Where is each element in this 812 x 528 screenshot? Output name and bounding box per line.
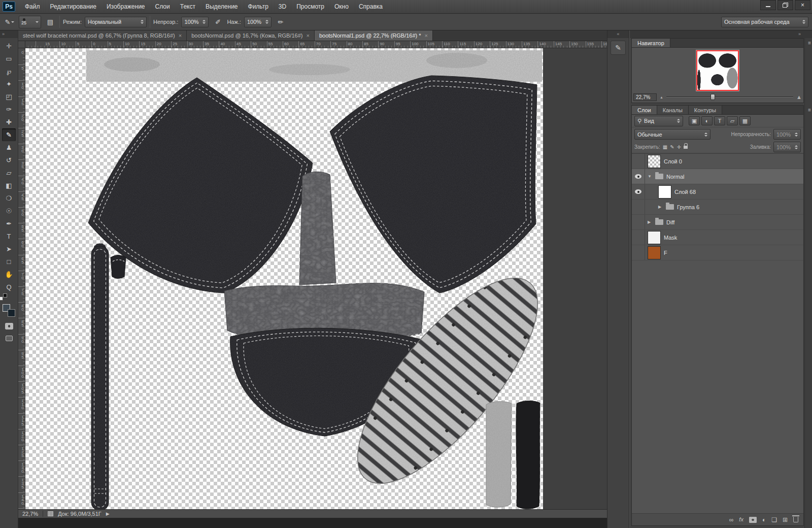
airbrush-opacity-pressure-button[interactable]: ✐ xyxy=(212,16,224,28)
layer-filter-select[interactable]: ⚲ Вид xyxy=(634,116,683,126)
tab-Контуры[interactable]: Контуры xyxy=(689,106,722,114)
visibility-toggle[interactable] xyxy=(632,245,645,260)
brush-size-picker[interactable]: 25 xyxy=(19,16,41,28)
layer-opacity-select[interactable]: 100% xyxy=(773,129,801,140)
visibility-toggle[interactable] xyxy=(632,184,645,199)
status-menu-arrow-icon[interactable]: ▶ xyxy=(106,511,110,516)
minimize-button[interactable] xyxy=(760,0,776,10)
flow-select[interactable]: 100% xyxy=(244,17,272,27)
toggle-brush-panel-button[interactable]: ▤ xyxy=(44,16,56,28)
filter-shape-layers-icon[interactable]: ▱ xyxy=(727,116,738,125)
zoom-tool[interactable]: Q xyxy=(2,281,16,293)
pen-tool[interactable]: ✒ xyxy=(2,217,16,230)
visibility-toggle[interactable] xyxy=(632,169,645,184)
layer-row[interactable]: ▼Normal xyxy=(632,169,803,184)
layer-thumbnail[interactable] xyxy=(648,155,661,168)
layer-thumbnail[interactable] xyxy=(658,185,671,199)
layer-row[interactable]: Слой 0 xyxy=(632,154,803,169)
slider-handle[interactable] xyxy=(710,94,715,100)
quick-selection-tool[interactable]: ✦ xyxy=(2,78,16,90)
shape-tool[interactable]: □ xyxy=(2,255,16,268)
navigator-panel-menu-icon[interactable]: ≡ xyxy=(808,40,811,46)
document-tab[interactable]: steel wolf bracelet normal.psd @ 66,7% (… xyxy=(18,30,187,41)
move-tool[interactable]: ✛ xyxy=(2,40,16,52)
filter-adjustment-layers-icon[interactable]: ◐ xyxy=(701,116,713,125)
layer-row[interactable]: F xyxy=(632,245,803,260)
tools-panel-header[interactable]: » xyxy=(0,30,18,38)
lock-position-icon[interactable]: ✛ xyxy=(677,144,681,150)
expand-triangle-icon[interactable]: ▶ xyxy=(658,205,663,209)
zoom-out-icon[interactable]: ▲ xyxy=(660,95,663,99)
zoom-in-icon[interactable]: ▲ xyxy=(796,94,802,100)
menu-item[interactable]: Редактирование xyxy=(45,0,101,14)
tab-close-icon[interactable]: × xyxy=(179,32,182,39)
layer-blend-mode-select[interactable]: Обычные xyxy=(634,129,710,140)
clone-stamp-tool[interactable]: ♟ xyxy=(2,141,16,154)
blur-tool[interactable]: ❍ xyxy=(2,192,16,205)
document-tab[interactable]: bootsNormal1.psd @ 22,7% (RGB/16#) *× xyxy=(315,30,433,41)
doc-size-info[interactable]: Док: 96,0M/3,51Г xyxy=(58,511,101,517)
filter-smart-objects-icon[interactable]: ▦ xyxy=(739,116,751,125)
workspace-select[interactable]: Основная рабочая среда xyxy=(721,17,808,27)
lock-transparency-icon[interactable]: ▦ xyxy=(663,144,667,150)
navigator-preview[interactable] xyxy=(696,50,739,91)
visibility-toggle[interactable] xyxy=(632,230,645,245)
menu-item[interactable]: Просмотр xyxy=(291,0,329,14)
layer-row[interactable]: Слой 68 xyxy=(632,184,803,200)
visibility-toggle[interactable] xyxy=(632,200,645,214)
filter-type-layers-icon[interactable]: T xyxy=(714,116,725,125)
menu-item[interactable]: Изображение xyxy=(101,0,150,14)
expand-dock-button[interactable]: « xyxy=(607,30,629,38)
navigator-view-box[interactable] xyxy=(696,50,739,91)
document-tab[interactable]: bootsNormal.psd @ 16,7% (Кожа, RGB/16#)× xyxy=(187,30,315,41)
horizontal-ruler[interactable]: 1510505101520253035404550556065707580859… xyxy=(25,41,607,48)
menu-item[interactable]: Фильтр xyxy=(243,0,274,14)
new-group-icon[interactable]: ❏ xyxy=(771,517,777,523)
layers-panel-menu-icon[interactable]: ≡ xyxy=(808,107,811,113)
visibility-toggle[interactable] xyxy=(632,215,645,229)
tab-navigator[interactable]: Навигатор xyxy=(632,39,670,47)
brush-tool[interactable]: ✎ xyxy=(2,128,16,141)
tab-Слои[interactable]: Слои xyxy=(632,106,657,114)
canvas-viewport[interactable] xyxy=(25,48,607,509)
healing-brush-tool[interactable]: ✚ xyxy=(2,116,16,128)
path-selection-tool[interactable]: ➤ xyxy=(2,243,16,255)
type-tool[interactable]: T xyxy=(2,230,16,243)
history-brush-tool[interactable]: ↺ xyxy=(2,154,16,167)
layer-row[interactable]: ▶Группа 6 xyxy=(632,200,803,215)
menu-item[interactable]: Текст xyxy=(175,0,200,14)
dodge-tool[interactable]: ☉ xyxy=(2,205,16,217)
eyedropper-tool[interactable]: ✑ xyxy=(2,103,16,116)
paint-mode-select[interactable]: Нормальный xyxy=(85,17,147,27)
status-zoom[interactable]: 22,7% xyxy=(22,511,38,517)
filter-pixel-layers-icon[interactable]: ▣ xyxy=(689,116,700,125)
lock-pixels-icon[interactable]: ✎ xyxy=(670,144,674,150)
link-layers-icon[interactable]: ∞ xyxy=(729,517,734,523)
marquee-tool[interactable]: ▭ xyxy=(2,52,16,65)
expand-triangle-icon[interactable]: ▶ xyxy=(648,220,652,224)
restore-button[interactable] xyxy=(777,0,793,10)
crop-tool[interactable]: ◰ xyxy=(2,90,16,103)
tab-Каналы[interactable]: Каналы xyxy=(657,106,689,114)
eraser-tool[interactable]: ▱ xyxy=(2,167,16,179)
gradient-tool[interactable]: ◧ xyxy=(2,179,16,192)
screen-mode-button[interactable] xyxy=(6,336,13,341)
collapse-dock-button[interactable]: » xyxy=(630,30,812,38)
brush-presets-panel-icon[interactable]: ✎ xyxy=(611,41,626,55)
menu-item[interactable]: 3D xyxy=(274,0,291,14)
background-color-swatch[interactable] xyxy=(8,309,15,317)
layer-thumbnail[interactable] xyxy=(648,246,661,259)
menu-item[interactable]: Файл xyxy=(20,0,45,14)
navigator-zoom-value[interactable]: 22,7% xyxy=(633,93,657,101)
quick-mask-button[interactable] xyxy=(5,323,13,329)
layer-style-icon[interactable]: fx xyxy=(739,517,743,522)
tool-preset-picker[interactable]: ✎ xyxy=(4,16,16,28)
menu-item[interactable]: Выделение xyxy=(200,0,243,14)
hand-tool[interactable]: ✋ xyxy=(2,268,16,281)
airbrush-toggle-button[interactable]: ✏ xyxy=(275,16,287,28)
menu-item[interactable]: Справка xyxy=(354,0,388,14)
menu-item[interactable]: Слои xyxy=(150,0,175,14)
menu-item[interactable]: Окно xyxy=(329,0,354,14)
ruler-origin-corner[interactable] xyxy=(18,41,25,48)
adjustment-layer-icon[interactable]: ◐ xyxy=(762,517,766,523)
